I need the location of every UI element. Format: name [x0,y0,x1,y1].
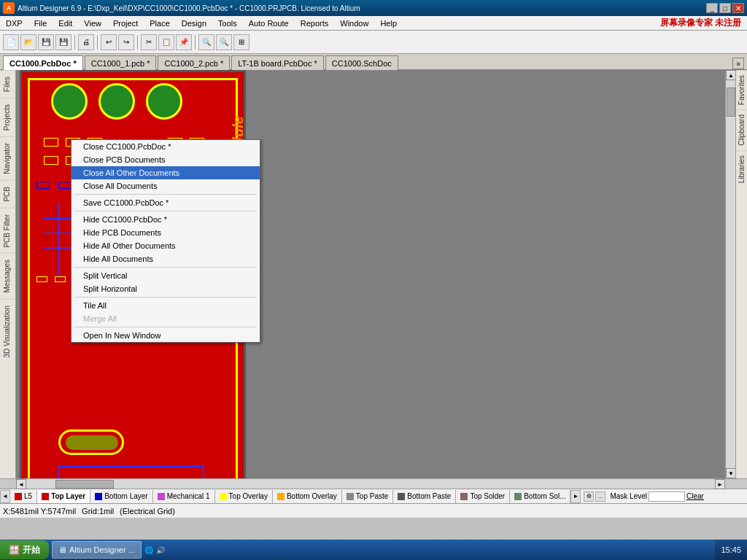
sidebar-pcbfilter[interactable]: PCB Filter [0,208,15,254]
close-button[interactable]: ✕ [732,3,744,13]
menu-autoroute[interactable]: Auto Route [243,16,295,30]
layer-mechanical1[interactable]: Mechanical 1 [153,490,215,503]
ctx-hide-current[interactable]: Hide CC1000.PcbDoc * [71,213,260,226]
layer-topsolder-color [460,493,468,500]
scroll-track[interactable] [726,80,735,468]
layer-top[interactable]: Top Layer [37,490,90,503]
toolbar-zoomin[interactable]: 🔍 [198,34,214,50]
sidebar-projects[interactable]: Projects [0,98,15,136]
tab-schdoc[interactable]: CC1000.SchDoc [325,55,398,70]
ctx-close-all[interactable]: Close All Documents [71,179,260,192]
toolbar-open[interactable]: 📂 [20,34,36,50]
ctx-hide-all[interactable]: Hide All Documents [71,252,260,265]
toolbar-copy[interactable]: 📋 [158,34,174,50]
layer-nav-right[interactable]: ► [570,490,581,503]
ctx-hide-pcb[interactable]: Hide PCB Documents [71,226,260,239]
title-left: A Altium Designer 6.9 - E:\Dxp_Keil\DXP\… [3,2,360,14]
toolbar-redo[interactable]: ↪ [118,34,134,50]
ctx-split-horizontal[interactable]: Split Horizontal [71,282,260,295]
layer-bottomover-label: Bottom Overlay [287,492,337,500]
toolbar-saveall[interactable]: 💾 [55,34,71,50]
scroll-thumb[interactable] [727,88,735,117]
sidebar-clipboard[interactable]: Clipboard [736,109,747,150]
maximize-button[interactable]: □ [719,3,731,13]
taskbar-altium[interactable]: 🖥 Altium Designer ... [52,541,142,559]
layer-bottom-label: Bottom Layer [104,492,147,500]
layer-bar: ◄ L5 Top Layer Bottom Layer Mechanical 1… [0,489,747,503]
scroll-up-btn[interactable]: ▲ [726,70,736,80]
sidebar-navigator[interactable]: Navigator [0,136,15,180]
toolbar-undo[interactable]: ↩ [101,34,117,50]
sep1 [74,35,75,50]
sidebar-messages[interactable]: Messages [0,253,15,299]
ctx-split-vertical[interactable]: Split Vertical [71,269,260,282]
layer-nav-left[interactable]: ◄ [0,490,10,503]
sidebar-pcb[interactable]: PCB [0,180,15,208]
ctx-close-current[interactable]: Close CC1000.PcbDoc * [71,140,260,153]
scroll-down-btn[interactable]: ▼ [726,468,736,478]
toolbar-zoomout[interactable]: 🔍 [216,34,232,50]
menu-help[interactable]: Help [374,16,403,30]
layer-settings-btn[interactable]: ⚙ [584,491,594,502]
tab-lt1b[interactable]: LT-1B board.PcbDoc * [231,55,324,70]
tab-cc1000-pcbdoc[interactable]: CC1000.PcbDoc * [3,55,83,70]
ctx-sep5 [74,327,257,327]
tabs-overflow[interactable]: » [732,58,744,69]
hscroll-thumb[interactable] [55,480,114,489]
toolbar-print[interactable]: 🖨 [78,34,94,50]
menu-edit[interactable]: Edit [53,16,78,30]
toolbar-save[interactable]: 💾 [38,34,54,50]
layer-bottomsol[interactable]: Bottom Sol... [510,490,570,503]
layer-l5[interactable]: L5 [10,490,37,503]
menu-project[interactable]: Project [107,16,144,30]
menu-view[interactable]: View [78,16,107,30]
ctx-hide-others[interactable]: Hide All Other Documents [71,239,260,252]
tab-cc1000-1[interactable]: CC1000_1.pcb * [85,55,157,70]
app-logo: A [3,2,15,14]
hscroll-right-btn[interactable]: ► [715,479,725,489]
layer-bottompaste[interactable]: Bottom Paste [393,490,456,503]
sidebar-libraries[interactable]: Libraries [736,150,747,187]
menu-reports[interactable]: Reports [295,16,335,30]
sep3 [137,35,138,50]
menu-place[interactable]: Place [144,16,176,30]
menu-file[interactable]: File [28,16,53,30]
status-bar: X:5481mil Y:5747mil Grid:1mil (Electrica… [0,503,747,518]
window-controls[interactable]: _ □ ✕ [706,3,744,13]
hscroll-left-btn[interactable]: ◄ [16,479,26,489]
sidebar-favorites[interactable]: Favorites [736,70,747,109]
toolbar-new[interactable]: 📄 [3,34,19,50]
sidebar-files[interactable]: Files [0,70,15,98]
ctx-save[interactable]: Save CC1000.PcbDoc * [71,196,260,209]
toolbar-area: 📄 📂 💾 💾 🖨 ↩ ↪ ✂ 📋 📌 🔍 🔍 ⊞ [0,31,747,54]
menu-design[interactable]: Design [176,16,212,30]
taskbar-altium-icon: 🖥 [58,545,66,554]
ctx-close-pcb[interactable]: Close PCB Documents [71,153,260,166]
tab-cc1000-2[interactable]: CC1000_2.pcb * [158,55,230,70]
minimize-button[interactable]: _ [706,3,718,13]
layer-bottom[interactable]: Bottom Layer [90,490,152,503]
start-button[interactable]: 🪟 开始 [0,540,49,559]
layer-topoverlay[interactable]: Top Overlay [215,490,273,503]
menu-window[interactable]: Window [334,16,374,30]
menu-dxp[interactable]: DXP [0,16,28,30]
layer-bottompaste-color [398,493,405,500]
mask-level-input[interactable] [649,491,685,502]
layer-bottomsol-color [514,493,522,500]
clear-label[interactable]: Clear [686,492,704,500]
ctx-tile-all[interactable]: Tile All [71,299,260,312]
layer-more-btn[interactable]: ... [595,491,605,502]
menu-tools[interactable]: Tools [212,16,243,30]
layer-mech1-label: Mechanical 1 [167,492,210,500]
layer-topsolder[interactable]: Top Solder [456,490,510,503]
layer-bottomoverlay[interactable]: Bottom Overlay [273,490,342,503]
toolbar-fit[interactable]: ⊞ [233,34,249,50]
toolbar-paste[interactable]: 📌 [176,34,192,50]
sidebar-3dvis[interactable]: 3D Visualization [0,299,15,364]
layer-toppaste[interactable]: Top Paste [342,490,393,503]
ctx-close-others[interactable]: Close All Other Documents [71,166,260,179]
hscroll-track[interactable] [26,479,715,489]
ctx-open-new-window[interactable]: Open In New Window [71,329,260,342]
title-text: Altium Designer 6.9 - E:\Dxp_Keil\DXP\CC… [18,4,360,12]
toolbar-cut[interactable]: ✂ [141,34,157,50]
